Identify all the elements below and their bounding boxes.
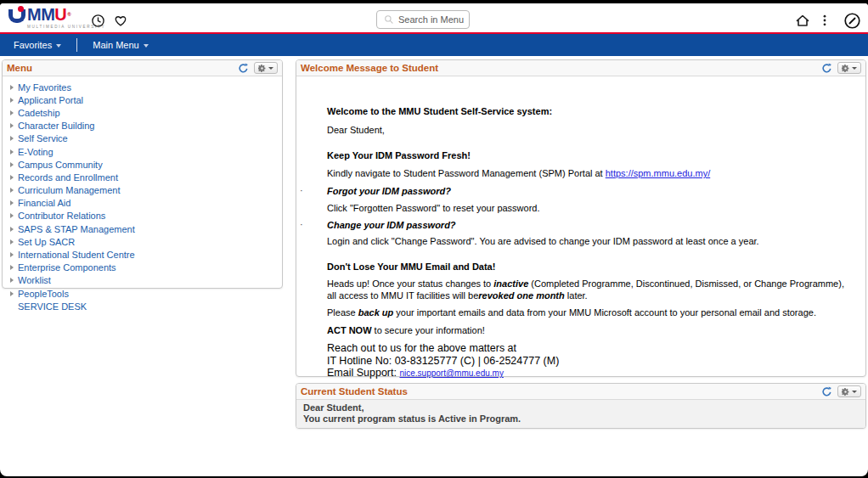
backup-paragraph: Please back up your important emails and… bbox=[327, 306, 845, 318]
status-pagelet-header: Current Student Status bbox=[296, 384, 865, 400]
chevron-right-icon[interactable] bbox=[10, 110, 14, 115]
forgot-password-question: ·Forgot your IDM password? bbox=[327, 185, 845, 197]
recently-visited-button[interactable] bbox=[88, 11, 107, 30]
student-status-pagelet: Current Student Status Dear Student, You… bbox=[296, 383, 866, 429]
menu-item[interactable]: E-Voting bbox=[8, 145, 279, 158]
clock-icon bbox=[91, 14, 105, 28]
top-header: MMU® MULTIMEDIA UNIVERSITY Search in Men… bbox=[0, 3, 868, 32]
chevron-right-icon[interactable] bbox=[10, 200, 14, 205]
menu-item[interactable]: Financial Aid bbox=[8, 197, 279, 210]
menu-item[interactable]: Worklist bbox=[8, 274, 279, 287]
chevron-right-icon[interactable] bbox=[10, 239, 14, 245]
caret-down-icon bbox=[268, 67, 273, 70]
logo-letter-red: U bbox=[54, 5, 66, 24]
kebab-icon bbox=[818, 13, 831, 28]
menu-item[interactable]: Records and Enrollment bbox=[8, 171, 279, 183]
chevron-right-icon[interactable] bbox=[10, 85, 14, 90]
bullet-marker: · bbox=[300, 218, 303, 230]
navbar-button[interactable] bbox=[843, 11, 861, 30]
menu-item-label[interactable]: International Student Centre bbox=[18, 250, 135, 260]
main-navbar: Favorites Main Menu bbox=[0, 32, 868, 56]
email-support-link[interactable]: nice.support@mmu.edu.my bbox=[399, 368, 503, 378]
menu-item[interactable]: PeopleTools bbox=[8, 287, 279, 300]
pagelet-options-button[interactable] bbox=[837, 62, 861, 74]
chevron-right-icon[interactable] bbox=[10, 162, 14, 167]
menu-item-label[interactable]: SAPS & STAP Management bbox=[18, 224, 135, 234]
nav-main-menu-label: Main Menu bbox=[93, 40, 138, 50]
nav-main-menu[interactable]: Main Menu bbox=[89, 40, 151, 50]
chevron-right-icon[interactable] bbox=[10, 265, 14, 270]
menu-item[interactable]: Cadetship bbox=[8, 106, 279, 119]
menu-item[interactable]: Applicant Portal bbox=[8, 93, 279, 106]
menu-item[interactable]: Self Service bbox=[8, 132, 279, 145]
menu-item[interactable]: My Favorites bbox=[8, 81, 279, 93]
status-line-1: Dear Student, bbox=[303, 402, 859, 413]
chevron-right-icon[interactable] bbox=[10, 213, 14, 218]
caret-down-icon bbox=[852, 391, 857, 393]
home-button[interactable] bbox=[793, 11, 812, 30]
menu-item-label[interactable]: Set Up SACR bbox=[18, 237, 75, 247]
refresh-button[interactable] bbox=[238, 63, 249, 74]
menu-item-label[interactable]: My Favorites bbox=[18, 82, 71, 93]
chevron-right-icon[interactable] bbox=[10, 291, 14, 296]
actions-menu-button[interactable] bbox=[815, 11, 834, 30]
chevron-right-icon[interactable] bbox=[10, 252, 14, 257]
chevron-down-icon bbox=[144, 44, 149, 48]
contact-line-1: Reach out to us for the above matters at bbox=[327, 342, 845, 355]
menu-item-label[interactable]: PeopleTools bbox=[18, 289, 69, 299]
chevron-right-icon[interactable] bbox=[10, 175, 14, 180]
menu-item-label[interactable]: Records and Enrollment bbox=[18, 172, 118, 183]
search-input[interactable]: Search in Menu bbox=[376, 10, 470, 29]
compass-icon bbox=[843, 12, 861, 30]
menu-item-label[interactable]: E-Voting bbox=[18, 147, 54, 157]
registered-mark: ® bbox=[67, 12, 70, 17]
nav-favorites[interactable]: Favorites bbox=[10, 40, 65, 50]
status-line-2: You current program status is Active in … bbox=[303, 413, 859, 425]
password-intro: Kindly navigate to Student Password Mana… bbox=[327, 167, 845, 179]
chevron-right-icon[interactable] bbox=[10, 98, 14, 103]
menu-item[interactable]: Campus Community bbox=[8, 158, 279, 171]
nav-favorites-label: Favorites bbox=[14, 40, 52, 50]
gear-icon bbox=[258, 65, 266, 72]
menu-item-label[interactable]: Self Service bbox=[18, 133, 68, 143]
act-now-line: ACT NOW to secure your information! bbox=[327, 324, 845, 336]
refresh-button[interactable] bbox=[821, 63, 832, 74]
menu-item[interactable]: International Student Centre bbox=[8, 248, 279, 261]
menu-item-label[interactable]: Curriculum Management bbox=[18, 185, 120, 195]
bullet-marker: · bbox=[300, 184, 303, 196]
menu-item-label[interactable]: Financial Aid bbox=[18, 198, 70, 208]
menu-item-label[interactable]: Character Building bbox=[18, 121, 95, 131]
menu-item-label[interactable]: Cadetship bbox=[18, 108, 60, 118]
menu-pagelet: Menu My FavoritesApplicant PortalCadetsh… bbox=[2, 59, 283, 289]
pagelet-options-button[interactable] bbox=[837, 385, 861, 397]
menu-item[interactable]: Enterprise Components bbox=[8, 261, 279, 274]
email-warning-paragraph: Heads up! Once your status changes to in… bbox=[327, 278, 845, 301]
chevron-right-icon[interactable] bbox=[10, 149, 14, 155]
menu-item-label[interactable]: SERVICE DESK bbox=[18, 301, 87, 312]
menu-item[interactable]: Contributor Relations bbox=[8, 210, 279, 222]
menu-item-label[interactable]: Applicant Portal bbox=[18, 95, 83, 105]
favorites-heart-button[interactable] bbox=[111, 11, 130, 30]
menu-item[interactable]: Character Building bbox=[8, 120, 279, 132]
menu-item-label[interactable]: Enterprise Components bbox=[18, 262, 116, 273]
refresh-button[interactable] bbox=[821, 386, 832, 397]
welcome-heading: Welcome to the MMU Student Self-Service … bbox=[327, 105, 845, 117]
menu-item[interactable]: SAPS & STAP Management bbox=[8, 222, 279, 235]
chevron-right-icon[interactable] bbox=[10, 278, 14, 283]
heart-icon bbox=[113, 13, 128, 28]
spm-portal-link[interactable]: https://spm.mmu.edu.my/ bbox=[606, 168, 710, 178]
chevron-right-icon[interactable] bbox=[10, 227, 14, 232]
status-body: Dear Student, You current program status… bbox=[296, 400, 865, 428]
menu-item[interactable]: Set Up SACR bbox=[8, 235, 279, 248]
menu-item-label[interactable]: Campus Community bbox=[18, 160, 103, 170]
chevron-right-icon[interactable] bbox=[10, 123, 14, 128]
menu-item[interactable]: Curriculum Management bbox=[8, 184, 279, 197]
pagelet-options-button[interactable] bbox=[254, 62, 278, 74]
menu-item[interactable]: SERVICE DESK bbox=[8, 300, 279, 312]
chevron-right-icon[interactable] bbox=[10, 188, 14, 193]
menu-item-label[interactable]: Worklist bbox=[18, 275, 51, 285]
chevron-right-icon[interactable] bbox=[10, 136, 14, 141]
contact-block: Reach out to us for the above matters at… bbox=[327, 342, 845, 380]
menu-item-label[interactable]: Contributor Relations bbox=[18, 211, 105, 221]
status-pagelet-title: Current Student Status bbox=[301, 386, 821, 396]
